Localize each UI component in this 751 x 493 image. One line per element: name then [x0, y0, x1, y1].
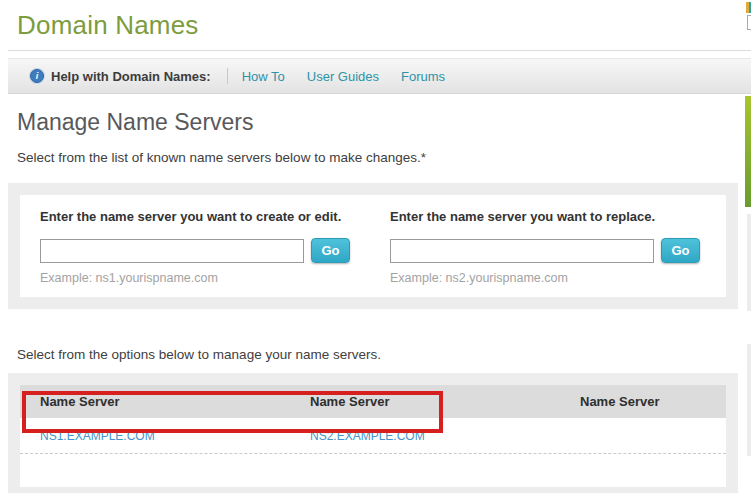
intro-text: Select from the list of known name serve… — [17, 150, 751, 165]
table-header-name-server-3: Name Server — [560, 394, 726, 409]
ns1-link[interactable]: NS1.EXAMPLE.COM — [40, 429, 155, 443]
replace-input[interactable] — [390, 239, 654, 263]
replace-go-button[interactable]: Go — [661, 238, 700, 263]
help-link-how-to[interactable]: How To — [242, 69, 285, 84]
replace-form: Enter the name server you want to replac… — [390, 205, 720, 285]
create-edit-form: Enter the name server you want to create… — [40, 205, 390, 285]
create-edit-go-button[interactable]: Go — [311, 238, 350, 263]
info-icon: i — [30, 69, 44, 83]
help-bar-label: Help with Domain Names: — [51, 69, 211, 84]
name-server-forms-inner: Enter the name server you want to create… — [20, 195, 726, 297]
name-servers-table: Name Server Name Server Name Server NS1.… — [20, 385, 726, 487]
help-link-forums[interactable]: Forums — [401, 69, 445, 84]
help-link-user-guides[interactable]: User Guides — [307, 69, 379, 84]
cutoff-sidebar-panel-1 — [747, 214, 751, 311]
name-servers-table-panel: Name Server Name Server Name Server NS1.… — [8, 373, 738, 493]
page-title: Domain Names — [17, 10, 751, 41]
replace-example: Example: ns2.yourispname.com — [390, 271, 720, 285]
replace-label: Enter the name server you want to replac… — [390, 209, 720, 224]
table-row-empty — [20, 454, 726, 487]
help-bar: i Help with Domain Names: How To User Gu… — [8, 58, 751, 94]
table-row: NS1.EXAMPLE.COM NS2.EXAMPLE.COM — [20, 418, 726, 454]
create-edit-label: Enter the name server you want to create… — [40, 209, 390, 224]
cutoff-input-fragment — [747, 15, 751, 30]
title-divider — [8, 50, 751, 51]
create-edit-input[interactable] — [40, 239, 304, 263]
ns2-link[interactable]: NS2.EXAMPLE.COM — [310, 429, 425, 443]
cutoff-logo-icon — [746, 2, 751, 13]
name-server-forms-panel: Enter the name server you want to create… — [8, 183, 738, 309]
table-header-name-server-2: Name Server — [290, 394, 560, 409]
table-header-row: Name Server Name Server Name Server — [20, 385, 726, 418]
table-header-name-server-1: Name Server — [20, 394, 290, 409]
create-edit-example: Example: ns1.yourispname.com — [40, 271, 390, 285]
section-heading: Manage Name Servers — [17, 109, 751, 136]
help-bar-divider — [227, 68, 228, 84]
cutoff-green-banner — [745, 96, 751, 207]
options-intro: Select from the options below to manage … — [17, 347, 751, 362]
cutoff-sidebar-panel-2 — [747, 344, 751, 456]
